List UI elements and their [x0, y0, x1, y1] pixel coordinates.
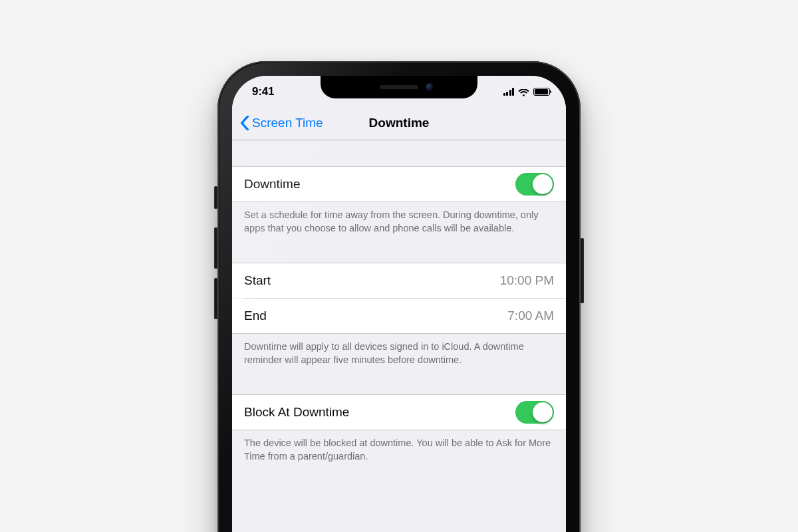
mute-switch[interactable] — [214, 186, 217, 209]
volume-down-button[interactable] — [214, 278, 217, 319]
status-indicators — [503, 88, 551, 96]
notch — [321, 76, 477, 98]
start-value: 10:00 PM — [500, 273, 554, 288]
start-label: Start — [244, 273, 271, 288]
settings-content[interactable]: Downtime Set a schedule for time away fr… — [232, 138, 566, 532]
navigation-bar: Screen Time Downtime — [232, 106, 566, 140]
downtime-toggle-label: Downtime — [244, 177, 300, 192]
downtime-toggle-footer: Set a schedule for time away from the sc… — [232, 202, 566, 235]
end-label: End — [244, 309, 267, 323]
front-camera — [426, 83, 434, 91]
block-at-downtime-cell[interactable]: Block At Downtime — [232, 394, 566, 430]
phone-frame: 9:41 — [217, 61, 581, 532]
earpiece-speaker — [380, 85, 418, 89]
battery-icon — [533, 88, 550, 96]
back-button[interactable]: Screen Time — [236, 106, 327, 140]
schedule-footer: Downtime will apply to all devices signe… — [232, 334, 566, 366]
block-footer: The device will be blocked at downtime. … — [232, 430, 566, 463]
wifi-icon — [518, 88, 529, 96]
block-label: Block At Downtime — [244, 405, 349, 420]
back-label: Screen Time — [252, 116, 323, 130]
end-time-cell[interactable]: End 7:00 AM — [232, 299, 566, 334]
downtime-toggle[interactable] — [515, 173, 554, 196]
block-at-downtime-toggle[interactable] — [515, 401, 554, 424]
chevron-left-icon — [240, 116, 249, 130]
cellular-signal-icon — [503, 88, 515, 96]
side-button[interactable] — [581, 238, 584, 303]
status-time: 9:41 — [252, 85, 274, 98]
downtime-toggle-cell[interactable]: Downtime — [232, 166, 566, 202]
volume-up-button[interactable] — [214, 227, 217, 269]
start-time-cell[interactable]: Start 10:00 PM — [232, 263, 566, 298]
end-value: 7:00 AM — [507, 309, 554, 323]
screen: 9:41 — [232, 76, 566, 532]
